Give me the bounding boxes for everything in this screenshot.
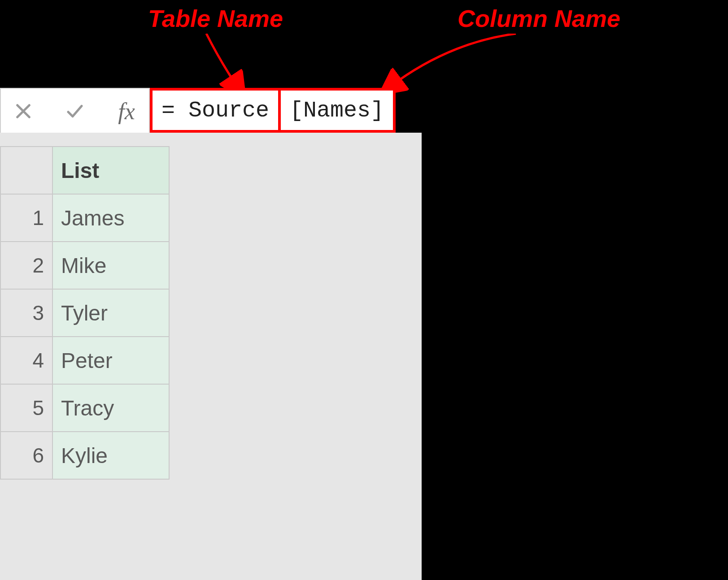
row-number[interactable]: 4 xyxy=(0,337,52,384)
formula-bar: fx = Source[Names] xyxy=(0,88,396,133)
cell-value[interactable]: Tracy xyxy=(52,384,169,432)
formula-equals: = xyxy=(161,98,188,123)
row-number[interactable]: 2 xyxy=(0,242,52,289)
cell-value[interactable]: Kylie xyxy=(52,432,169,479)
arrow-table-name xyxy=(188,34,260,96)
table-row[interactable]: 2 Mike xyxy=(0,242,169,289)
row-number[interactable]: 5 xyxy=(0,384,52,432)
fx-icon[interactable]: fx xyxy=(113,98,140,125)
table-corner[interactable] xyxy=(0,147,52,194)
table-row[interactable]: 1 James xyxy=(0,194,169,242)
query-preview-area: List 1 James 2 Mike 3 Tyler 4 Peter 5 Tr… xyxy=(0,133,422,580)
confirm-icon[interactable] xyxy=(61,98,88,125)
row-number[interactable]: 3 xyxy=(0,289,52,337)
table-row[interactable]: 5 Tracy xyxy=(0,384,169,432)
column-header-list[interactable]: List xyxy=(52,147,169,194)
cell-value[interactable]: Peter xyxy=(52,337,169,384)
black-background-right xyxy=(422,133,728,580)
row-number[interactable]: 1 xyxy=(0,194,52,242)
formula-table-ref: Source xyxy=(188,98,269,123)
formula-column-ref: [Names] xyxy=(290,98,384,123)
formula-input[interactable]: = Source[Names] xyxy=(150,88,396,133)
cancel-icon[interactable] xyxy=(10,98,37,125)
annotation-table-name: Table Name xyxy=(148,4,283,32)
table-header-row: List xyxy=(0,147,169,194)
table-row[interactable]: 3 Tyler xyxy=(0,289,169,337)
formula-bar-controls: fx xyxy=(0,88,150,134)
list-table: List 1 James 2 Mike 3 Tyler 4 Peter 5 Tr… xyxy=(0,146,170,480)
annotation-column-name: Column Name xyxy=(458,4,620,32)
row-number[interactable]: 6 xyxy=(0,432,52,479)
table-row[interactable]: 6 Kylie xyxy=(0,432,169,479)
cell-value[interactable]: Mike xyxy=(52,242,169,289)
cell-value[interactable]: James xyxy=(52,194,169,242)
cell-value[interactable]: Tyler xyxy=(52,289,169,337)
table-row[interactable]: 4 Peter xyxy=(0,337,169,384)
arrow-column-name xyxy=(381,34,525,96)
